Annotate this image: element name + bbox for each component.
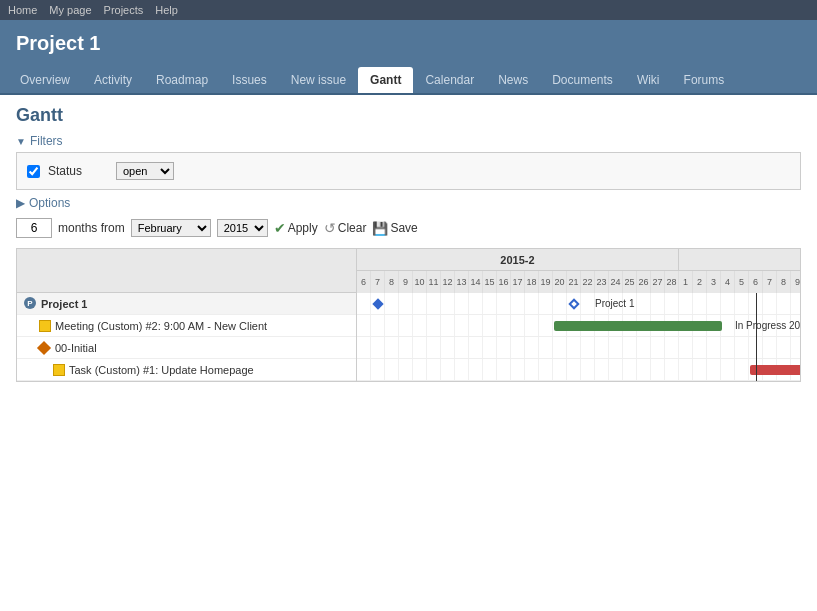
- gantt-row-milestone: 00-Initial: [17, 337, 356, 359]
- chart-cell: [427, 293, 441, 314]
- tab-new-issue[interactable]: New issue: [279, 67, 358, 93]
- task-icon: [53, 364, 65, 376]
- chart-cell: [693, 337, 707, 358]
- project-bar-label: Project 1: [595, 298, 634, 309]
- chart-cell: [595, 359, 609, 380]
- day-cell: 19: [539, 271, 553, 293]
- month-label-2015-3: 2015-3: [679, 249, 800, 270]
- year-select[interactable]: 2014 2015 2016: [217, 219, 268, 237]
- gantt-meeting-label: Meeting (Custom) #2: 9:00 AM - New Clien…: [55, 320, 267, 332]
- day-cell: 11: [427, 271, 441, 293]
- save-button[interactable]: 💾 Save: [372, 221, 417, 236]
- save-label: Save: [390, 221, 417, 235]
- chart-cell: [567, 337, 581, 358]
- tab-forums[interactable]: Forums: [672, 67, 737, 93]
- chart-cell: [707, 359, 721, 380]
- day-cell: 24: [609, 271, 623, 293]
- chart-cell: [539, 293, 553, 314]
- nav-mypage[interactable]: My page: [49, 4, 91, 16]
- filters-section: ▼ Filters Status open closed any: [16, 134, 801, 190]
- tab-gantt[interactable]: Gantt: [358, 67, 413, 93]
- chart-cell: [777, 337, 791, 358]
- filters-box: Status open closed any: [16, 152, 801, 190]
- day-cell: 21: [567, 271, 581, 293]
- chart-cell: [497, 293, 511, 314]
- gantt-row-project: P Project 1: [17, 293, 356, 315]
- chart-cell: [581, 337, 595, 358]
- day-cell: 26: [637, 271, 651, 293]
- apply-button[interactable]: ✔ Apply: [274, 220, 318, 236]
- day-cell: 13: [455, 271, 469, 293]
- chart-cell: [749, 293, 763, 314]
- nav-home[interactable]: Home: [8, 4, 37, 16]
- chart-cell: [609, 337, 623, 358]
- chart-cell: [721, 293, 735, 314]
- nav-projects[interactable]: Projects: [104, 4, 144, 16]
- chart-cell: [511, 359, 525, 380]
- gantt-project-label: Project 1: [41, 298, 87, 310]
- options-toggle[interactable]: ▶ Options: [16, 196, 801, 210]
- tab-activity[interactable]: Activity: [82, 67, 144, 93]
- chart-cell: [679, 337, 693, 358]
- month-select[interactable]: January February March April May June Ju…: [131, 219, 211, 237]
- nav-help[interactable]: Help: [155, 4, 178, 16]
- gantt-milestone-label: 00-Initial: [55, 342, 97, 354]
- chart-cell: [385, 337, 399, 358]
- chart-cell: [539, 337, 553, 358]
- status-checkbox[interactable]: [27, 165, 40, 178]
- chart-cell: [609, 359, 623, 380]
- chart-cell: [581, 293, 595, 314]
- chart-cell: [693, 359, 707, 380]
- chart-cell: [427, 315, 441, 336]
- day-cell: 4: [721, 271, 735, 293]
- chart-cell: [539, 359, 553, 380]
- clear-button[interactable]: ↺ Clear: [324, 220, 367, 236]
- page-content: Gantt ▼ Filters Status open closed any ▶…: [0, 95, 817, 392]
- day-cell: 8: [385, 271, 399, 293]
- tab-overview[interactable]: Overview: [8, 67, 82, 93]
- chart-row-3: New 0%: [357, 359, 800, 381]
- chart-cell: [497, 359, 511, 380]
- day-cell: 1: [679, 271, 693, 293]
- chart-cell: [385, 359, 399, 380]
- chart-row-2: [357, 337, 800, 359]
- day-cell: 28: [665, 271, 679, 293]
- months-input[interactable]: [16, 218, 52, 238]
- tab-documents[interactable]: Documents: [540, 67, 625, 93]
- chart-cell: [371, 359, 385, 380]
- chart-cell: [749, 337, 763, 358]
- day-cell: 27: [651, 271, 665, 293]
- chart-cell: [665, 359, 679, 380]
- chart-cell: [721, 315, 735, 336]
- day-cell: 6: [357, 271, 371, 293]
- top-navigation: Home My page Projects Help: [0, 0, 817, 20]
- tab-roadmap[interactable]: Roadmap: [144, 67, 220, 93]
- tab-calendar[interactable]: Calendar: [413, 67, 486, 93]
- apply-icon: ✔: [274, 220, 286, 236]
- day-cell: 10: [413, 271, 427, 293]
- chart-cell: [511, 315, 525, 336]
- tab-news[interactable]: News: [486, 67, 540, 93]
- gantt-left-header: [17, 249, 356, 293]
- chart-cell: [707, 293, 721, 314]
- chart-cell: [553, 359, 567, 380]
- chart-cell: [413, 337, 427, 358]
- chart-cell: [539, 315, 553, 336]
- day-cell: 12: [441, 271, 455, 293]
- clear-icon: ↺: [324, 220, 336, 236]
- chart-cell: [483, 337, 497, 358]
- chart-cell: [637, 293, 651, 314]
- svg-text:P: P: [27, 299, 33, 308]
- chart-cell: [763, 293, 777, 314]
- tab-wiki[interactable]: Wiki: [625, 67, 672, 93]
- tab-issues[interactable]: Issues: [220, 67, 279, 93]
- status-select[interactable]: open closed any: [116, 162, 174, 180]
- filters-toggle[interactable]: ▼ Filters: [16, 134, 801, 148]
- chart-cell: [735, 337, 749, 358]
- meeting-icon: [39, 320, 51, 332]
- chart-cell: [483, 315, 497, 336]
- day-cell: 17: [511, 271, 525, 293]
- filter-status-row: Status open closed any: [27, 159, 790, 183]
- chart-cell: [413, 315, 427, 336]
- options-section: ▶ Options: [16, 196, 801, 210]
